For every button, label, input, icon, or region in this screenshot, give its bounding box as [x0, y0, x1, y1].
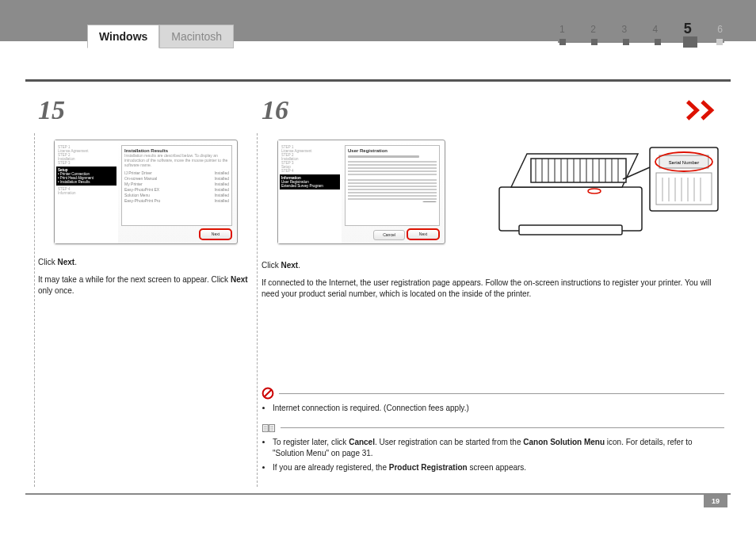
divider-step15: [34, 133, 35, 487]
step16-caption-2: If connected to the Internet, the user r…: [262, 278, 724, 300]
step16-caption-1: Click Next.: [262, 260, 724, 271]
pager-step-3: 3: [621, 24, 627, 35]
svg-rect-1: [519, 225, 622, 235]
cancel-button[interactable]: Cancel: [373, 230, 405, 240]
prohibit-note-header: [262, 387, 724, 400]
step15-caption-2: It may take a while for the next screen …: [38, 274, 252, 297]
svg-line-32: [264, 389, 272, 397]
tab-macintosh[interactable]: Macintosh: [159, 25, 234, 48]
step-15: STEP 1 License Agreement STEP 2 Installa…: [38, 140, 252, 303]
divider-bottom: [25, 493, 731, 495]
screenshot-user-registration: STEP 1 License Agreement STEP 2 Installa…: [277, 140, 445, 244]
pager-step-4: 4: [653, 24, 659, 35]
note-register-later: To register later, click Cancel. User re…: [273, 437, 724, 460]
svg-rect-0: [499, 187, 642, 231]
prohibit-bullets: Internet connection is required. (Connec…: [262, 403, 724, 415]
reference-note-header: [262, 423, 724, 434]
svg-text:Serial Number: Serial Number: [669, 160, 699, 165]
book-icon: [262, 423, 276, 434]
pager-step-5: 5: [684, 24, 692, 35]
printer-illustration: Serial Number: [483, 140, 713, 252]
page-number: 19: [704, 495, 727, 507]
note-already-registered: If you are already registered, the Produ…: [273, 462, 724, 474]
prohibit-icon: [262, 387, 274, 400]
divider-top: [25, 79, 731, 82]
pager-step-6: 6: [717, 24, 723, 35]
step15-caption-1: Click Next.: [38, 257, 252, 268]
step-pager: 1 2 3 4 5 6: [558, 24, 724, 48]
pager-step-1: 1: [559, 24, 565, 35]
reference-bullets: To register later, click Cancel. User re…: [262, 437, 724, 474]
divider-step16: [257, 133, 258, 487]
svg-rect-23: [656, 173, 712, 205]
screenshot-install-results: STEP 1 License Agreement STEP 2 Installa…: [54, 140, 238, 244]
next-button[interactable]: Next: [199, 228, 232, 240]
step-number-15: 15: [38, 95, 65, 125]
tab-windows[interactable]: Windows: [87, 25, 159, 48]
step-16: STEP 1 License Agreement STEP 2 Installa…: [262, 140, 724, 477]
os-tabs: Windows Macintosh: [87, 25, 234, 48]
forward-chevrons-icon: [686, 98, 726, 124]
dialog-title: User Registration: [348, 148, 437, 153]
next-button[interactable]: Next: [407, 228, 440, 240]
note-internet: Internet connection is required. (Connec…: [273, 403, 724, 415]
pager-step-2: 2: [590, 24, 596, 35]
step-number-16: 16: [262, 95, 288, 125]
